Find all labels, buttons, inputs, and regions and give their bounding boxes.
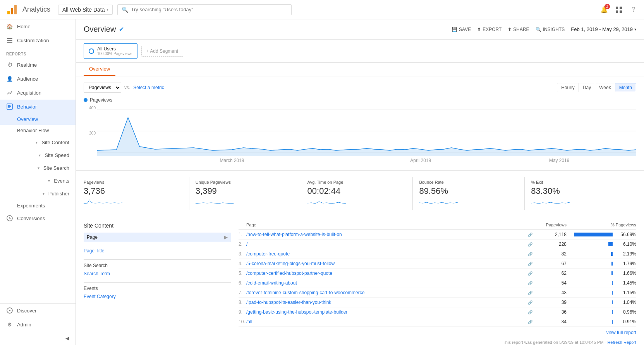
refresh-report-link[interactable]: Refresh Report — [607, 340, 636, 345]
row-page[interactable]: /computer-free-quote — [246, 251, 528, 257]
unique-pageviews-sparkline — [196, 198, 234, 205]
metric-avg-time-value: 00:02:44 — [307, 186, 407, 196]
svg-rect-1 — [11, 8, 13, 14]
help-icon[interactable]: ? — [629, 5, 638, 14]
page-title-link[interactable]: Page Title — [84, 247, 231, 255]
col-pageviews-header: Pageviews — [528, 223, 567, 227]
row-page[interactable]: /getting-basic-using-the-hubspot-templat… — [246, 309, 528, 315]
notification-icon[interactable]: 🔔 2 — [600, 5, 608, 14]
row-num: 4. — [239, 261, 246, 266]
sidebar-item-behavior[interactable]: Behavior — [0, 100, 76, 114]
sidebar-expandable-publisher[interactable]: ▾ Publisher — [0, 187, 76, 200]
metric-exit-label: % Exit — [531, 180, 630, 185]
sidebar-subitem-experiments[interactable]: Experiments — [0, 200, 76, 211]
view-full-report-link[interactable]: view full report — [239, 327, 636, 338]
table-row: 3. /computer-free-quote 🔗 82 2.19% — [239, 249, 636, 259]
svg-rect-2 — [14, 5, 17, 14]
export-button[interactable]: ⬆ EXPORT — [477, 27, 501, 32]
row-page[interactable]: /ipad-to-hubspot-its-easier-than-you-thi… — [246, 300, 528, 305]
content-area: Overview ✔ 💾 SAVE ⬆ EXPORT ⬆ SHARE 🔍 — [76, 19, 644, 345]
search-input[interactable] — [131, 7, 287, 12]
page-title: Overview ✔ — [84, 25, 124, 34]
row-page[interactable]: /how-to-tell-what-platform-a-website-is-… — [246, 232, 528, 237]
share-button[interactable]: ⬆ SHARE — [508, 27, 529, 32]
sidebar-item-realtime[interactable]: ⏱ Realtime — [0, 58, 76, 72]
chart-controls: Pageviews vs. Select a metric Hourly Day… — [84, 83, 636, 93]
sidebar-item-behavior-label: Behavior — [17, 104, 37, 110]
notification-badge: 2 — [605, 4, 610, 9]
metric-unique-pageviews: Unique Pageviews 3,399 — [189, 177, 301, 210]
select-metric-link[interactable]: Select a metric — [133, 85, 164, 90]
row-bar — [612, 300, 613, 304]
grid-icon[interactable] — [615, 5, 623, 14]
sidebar-expandable-site-content[interactable]: ▾ Site Content — [0, 136, 76, 149]
sidebar-subitem-overview[interactable]: Overview — [0, 114, 76, 125]
add-segment-button[interactable]: + Add Segment — [141, 46, 183, 57]
all-users-segment[interactable]: All Users 100.00% Pageviews — [84, 43, 137, 59]
row-page[interactable]: /all — [246, 319, 528, 324]
segments-bar: All Users 100.00% Pageviews + Add Segmen… — [76, 40, 644, 63]
svg-text:May 2019: May 2019 — [549, 158, 570, 163]
row-page[interactable]: /forever-feminine-custom-shopping-cart-t… — [246, 290, 528, 295]
insights-button[interactable]: 🔍 INSIGHTS — [536, 27, 565, 32]
sidebar-expandable-events[interactable]: ▾ Events — [0, 174, 76, 187]
sidebar-item-discover[interactable]: Discover — [0, 304, 76, 317]
y-label-200: 200 — [84, 131, 96, 135]
sidebar-subitem-behavior-flow[interactable]: Behavior Flow — [0, 125, 76, 136]
row-page[interactable]: / — [246, 242, 528, 247]
svg-rect-8 — [7, 40, 12, 41]
row-bar-container: 1.66% — [567, 271, 636, 276]
event-category-link[interactable]: Event Category — [84, 293, 231, 300]
property-selector[interactable]: All Web Site Data ▾ — [58, 5, 112, 15]
chart-section: Pageviews vs. Select a metric Hourly Day… — [76, 76, 644, 170]
avg-time-sparkline — [307, 198, 346, 205]
search-term-link[interactable]: Search Term — [84, 270, 231, 278]
row-bar — [612, 281, 613, 285]
time-btn-week[interactable]: Week — [595, 83, 615, 92]
sidebar-expandable-site-search[interactable]: ▾ Site Search — [0, 162, 76, 174]
chevron-down-icon: ▾ — [48, 179, 50, 183]
chevron-down-icon: ▾ — [39, 153, 41, 157]
row-bar — [612, 291, 613, 295]
row-bar-container: 1.04% — [567, 300, 636, 305]
sidebar-item-home[interactable]: 🏠 Home — [0, 19, 76, 33]
row-bar-container: 56.69% — [567, 232, 636, 237]
time-controls: Hourly Day Week Month — [557, 83, 636, 92]
time-btn-hourly[interactable]: Hourly — [557, 83, 579, 92]
topbar: Analytics All Web Site Data ▾ 🔍 🔔 2 ? — [0, 0, 644, 19]
row-pageviews: 62 — [536, 271, 567, 276]
sidebar-site-speed-label: Site Speed — [45, 152, 69, 158]
table-row: 9. /getting-basic-using-the-hubspot-temp… — [239, 307, 636, 317]
metric-dropdown[interactable]: Pageviews — [84, 83, 121, 93]
sidebar-expandable-site-speed[interactable]: ▾ Site Speed — [0, 149, 76, 162]
search-bar[interactable]: 🔍 — [117, 4, 292, 15]
row-page[interactable]: /5-corona-marketing-blogs-you-must-follo… — [246, 261, 528, 266]
svg-rect-6 — [620, 10, 622, 13]
time-btn-day[interactable]: Day — [579, 83, 595, 92]
sidebar-item-acquisition-label: Acquisition — [17, 90, 41, 96]
table-row: 1. /how-to-tell-what-platform-a-website-… — [239, 230, 636, 240]
exit-sparkline — [531, 198, 570, 205]
site-content-page-item[interactable]: Page ▶ — [84, 233, 231, 242]
sidebar-site-content-label: Site Content — [41, 140, 69, 145]
row-page[interactable]: /computer-certified-hubspot-partner-quot… — [246, 271, 528, 276]
sidebar-item-customization[interactable]: Customization — [0, 33, 76, 47]
tab-overview[interactable]: Overview — [84, 63, 115, 76]
metric-unique-label: Unique Pageviews — [196, 180, 295, 185]
sidebar-collapse-button[interactable]: ◀ — [0, 331, 76, 345]
time-btn-month[interactable]: Month — [615, 83, 636, 92]
sidebar-item-admin[interactable]: ⚙ Admin — [0, 317, 76, 331]
sidebar-item-acquisition[interactable]: Acquisition — [0, 86, 76, 100]
date-range-selector[interactable]: Feb 1, 2019 - May 29, 2019 ▾ — [571, 26, 636, 32]
sidebar-item-conversions[interactable]: Conversions — [0, 211, 76, 225]
row-bar-container: 0.96% — [567, 309, 636, 315]
vs-text: vs. — [124, 85, 130, 90]
row-pct: 1.79% — [615, 261, 636, 266]
sidebar-item-discover-label: Discover — [17, 308, 37, 314]
save-button[interactable]: 💾 SAVE — [452, 27, 471, 32]
sidebar-item-audience[interactable]: 👤 Audience — [0, 72, 76, 86]
row-page[interactable]: /cold-email-writing-about — [246, 280, 528, 286]
row-pageviews: 82 — [536, 251, 567, 257]
metric-bounce-rate: Bounce Rate 89.56% — [413, 177, 525, 210]
sidebar-item-audience-label: Audience — [17, 76, 38, 82]
